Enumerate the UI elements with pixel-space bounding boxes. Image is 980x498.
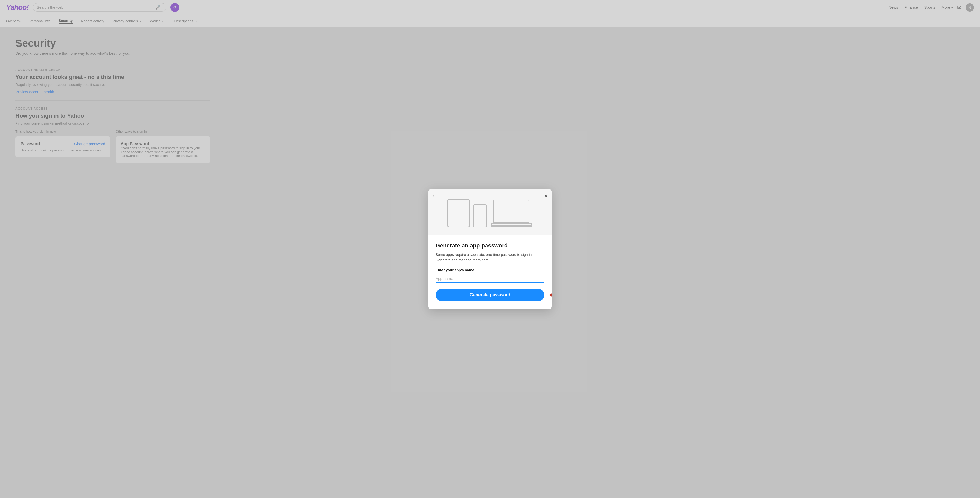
generate-password-button[interactable]: Generate password — [436, 289, 544, 301]
modal-image-area: ‹ × — [428, 189, 552, 235]
devices-illustration — [447, 199, 533, 227]
laptop-device-icon — [490, 200, 533, 227]
laptop-base — [491, 223, 532, 226]
modal-title: Generate an app password — [436, 242, 544, 249]
modal-body: Generate an app password Some apps requi… — [428, 235, 552, 310]
modal-overlay[interactable]: ‹ × Generate an app password Some apps r… — [0, 0, 980, 498]
laptop-foot — [490, 226, 533, 227]
modal-back-button[interactable]: ‹ — [433, 193, 434, 199]
generate-app-password-modal: ‹ × Generate an app password Some apps r… — [428, 189, 552, 310]
phone-device-icon — [473, 204, 487, 227]
arrow-head — [549, 293, 552, 297]
modal-close-button[interactable]: × — [544, 193, 547, 199]
tablet-device-icon — [447, 199, 470, 227]
modal-description: Some apps require a separate, one-time p… — [436, 252, 544, 263]
generate-btn-wrapper: Generate password — [436, 289, 544, 301]
app-name-input[interactable] — [436, 275, 544, 283]
laptop-screen — [493, 200, 529, 223]
arrow-annotation — [549, 293, 552, 297]
app-name-label: Enter your app's name — [436, 268, 544, 272]
